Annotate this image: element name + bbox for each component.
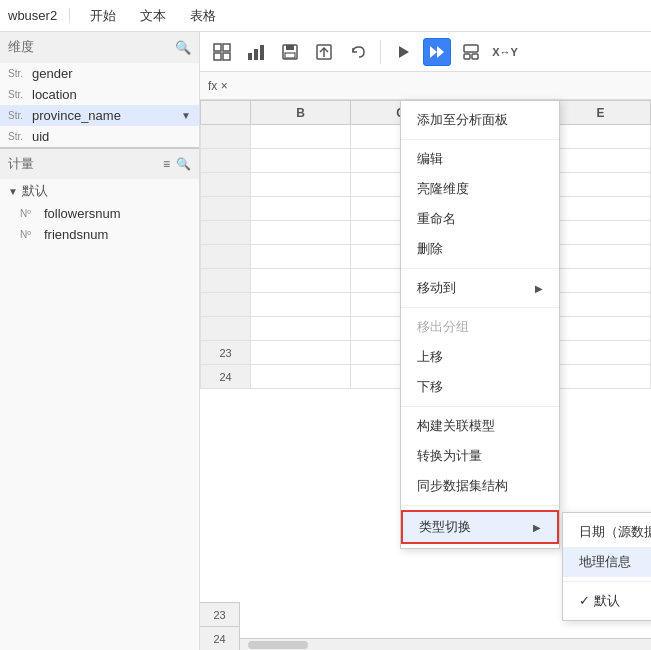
- menu-item-rename[interactable]: 重命名: [401, 204, 559, 234]
- scrollbar-thumb[interactable]: [248, 641, 308, 649]
- menu-item-move-to[interactable]: 移动到 ▶: [401, 273, 559, 303]
- cell[interactable]: [551, 125, 651, 149]
- cell[interactable]: [551, 341, 651, 365]
- toolbar-btn-export[interactable]: [310, 38, 338, 66]
- row-number: [201, 125, 251, 149]
- toolbar-btn-fast-forward[interactable]: [423, 38, 451, 66]
- sidebar-item-location[interactable]: Str. location: [0, 84, 199, 105]
- cell[interactable]: [551, 197, 651, 221]
- tab-text[interactable]: 文本: [128, 3, 178, 29]
- menu-item-highlight[interactable]: 亮隆维度: [401, 174, 559, 204]
- toolbar-btn-chart[interactable]: [242, 38, 270, 66]
- row-number: [201, 293, 251, 317]
- toolbar-btn-undo[interactable]: [344, 38, 372, 66]
- svg-rect-17: [472, 54, 478, 59]
- row-number: [201, 221, 251, 245]
- menu-item-sync-structure[interactable]: 同步数据集结构: [401, 471, 559, 501]
- col-header-b[interactable]: B: [251, 101, 351, 125]
- sidebar-item-province-name[interactable]: Str. province_name ▼: [0, 105, 199, 126]
- toolbar-btn-save[interactable]: [276, 38, 304, 66]
- toolbar-btn-xy[interactable]: X↔Y: [491, 38, 519, 66]
- dimensions-search-icon[interactable]: 🔍: [175, 40, 191, 55]
- menu-item-add-to-panel[interactable]: 添加至分析面板: [401, 105, 559, 135]
- menu-item-move-down[interactable]: 下移: [401, 372, 559, 402]
- cell[interactable]: [251, 173, 351, 197]
- submenu-type-switch: 日期（源数据格式） ▶ 地理信息 ▶ ✓ 默认: [562, 512, 651, 621]
- svg-marker-14: [437, 46, 444, 58]
- svg-rect-16: [464, 54, 470, 59]
- row-num-23: 23: [200, 602, 240, 626]
- measures-label: 计量: [8, 155, 34, 173]
- sidebar-measure-friendsnum[interactable]: Nº friendsnum: [0, 224, 199, 245]
- submenu1-item-date[interactable]: 日期（源数据格式） ▶: [563, 517, 651, 547]
- cell[interactable]: [251, 341, 351, 365]
- menu-item-edit[interactable]: 编辑: [401, 144, 559, 174]
- sidebar-item-uid[interactable]: Str. uid: [0, 126, 199, 147]
- menu-item-move-up[interactable]: 上移: [401, 342, 559, 372]
- context-menu: 添加至分析面板 编辑 亮隆维度 重命名 删除 移动到 ▶ 移出分组: [400, 100, 560, 549]
- group-arrow-icon: ▼: [8, 186, 18, 197]
- svg-rect-15: [464, 45, 478, 52]
- cell[interactable]: [551, 269, 651, 293]
- cell[interactable]: [551, 149, 651, 173]
- arrow-icon: ▶: [535, 283, 543, 294]
- svg-marker-12: [399, 46, 409, 58]
- menu-item-remove-group[interactable]: 移出分组: [401, 312, 559, 342]
- svg-marker-13: [430, 46, 437, 58]
- cell[interactable]: [251, 149, 351, 173]
- cell[interactable]: [251, 245, 351, 269]
- menu-item-delete[interactable]: 删除: [401, 234, 559, 264]
- sidebar-measure-followersnum[interactable]: Nº followersnum: [0, 203, 199, 224]
- formula-label: fx ×: [208, 79, 228, 93]
- cell[interactable]: [551, 221, 651, 245]
- submenu1-item-geo[interactable]: 地理信息 ▶: [563, 547, 651, 577]
- tab-start[interactable]: 开始: [78, 3, 128, 29]
- col-header-e[interactable]: E: [551, 101, 651, 125]
- menu-item-build-relation[interactable]: 构建关联模型: [401, 411, 559, 441]
- cell[interactable]: [251, 365, 351, 389]
- svg-rect-5: [254, 49, 258, 60]
- cell[interactable]: [251, 317, 351, 341]
- cell[interactable]: [551, 173, 651, 197]
- row-number: [201, 197, 251, 221]
- dimensions-label: 维度: [8, 38, 34, 56]
- cell[interactable]: [251, 293, 351, 317]
- row-number: [201, 245, 251, 269]
- row-number: 24: [201, 365, 251, 389]
- row-number: [201, 317, 251, 341]
- svg-rect-0: [214, 44, 221, 51]
- svg-rect-6: [260, 45, 264, 60]
- col-header-empty: [201, 101, 251, 125]
- cell[interactable]: [551, 245, 651, 269]
- menu-item-type-switch[interactable]: 类型切换 ▶: [401, 510, 559, 544]
- cell[interactable]: [251, 197, 351, 221]
- app-title: wbuser2: [8, 8, 70, 23]
- row-number: [201, 173, 251, 197]
- submenu1-item-default[interactable]: ✓ 默认: [563, 586, 651, 616]
- default-group: ▼ 默认: [0, 179, 199, 203]
- toolbar-btn-layout[interactable]: [457, 38, 485, 66]
- menu-item-convert-measure[interactable]: 转换为计量: [401, 441, 559, 471]
- svg-rect-8: [286, 45, 294, 50]
- tab-table[interactable]: 表格: [178, 3, 228, 29]
- row-number: [201, 269, 251, 293]
- horizontal-scrollbar[interactable]: [240, 638, 651, 650]
- cell[interactable]: [251, 125, 351, 149]
- svg-rect-1: [223, 44, 230, 51]
- row-num-24: 24: [200, 626, 240, 650]
- cell[interactable]: [551, 365, 651, 389]
- measures-search-icon[interactable]: 🔍: [176, 157, 191, 171]
- cell[interactable]: [251, 221, 351, 245]
- svg-rect-3: [223, 53, 230, 60]
- toolbar-btn-play[interactable]: [389, 38, 417, 66]
- arrow-icon-type: ▶: [533, 522, 541, 533]
- svg-rect-2: [214, 53, 221, 60]
- cell[interactable]: [551, 293, 651, 317]
- cell[interactable]: [551, 317, 651, 341]
- cell[interactable]: [251, 269, 351, 293]
- sidebar-item-gender[interactable]: Str. gender: [0, 63, 199, 84]
- svg-rect-4: [248, 53, 252, 60]
- dropdown-arrow-icon: ▼: [181, 110, 191, 121]
- svg-rect-9: [285, 53, 295, 58]
- toolbar-btn-grid[interactable]: [208, 38, 236, 66]
